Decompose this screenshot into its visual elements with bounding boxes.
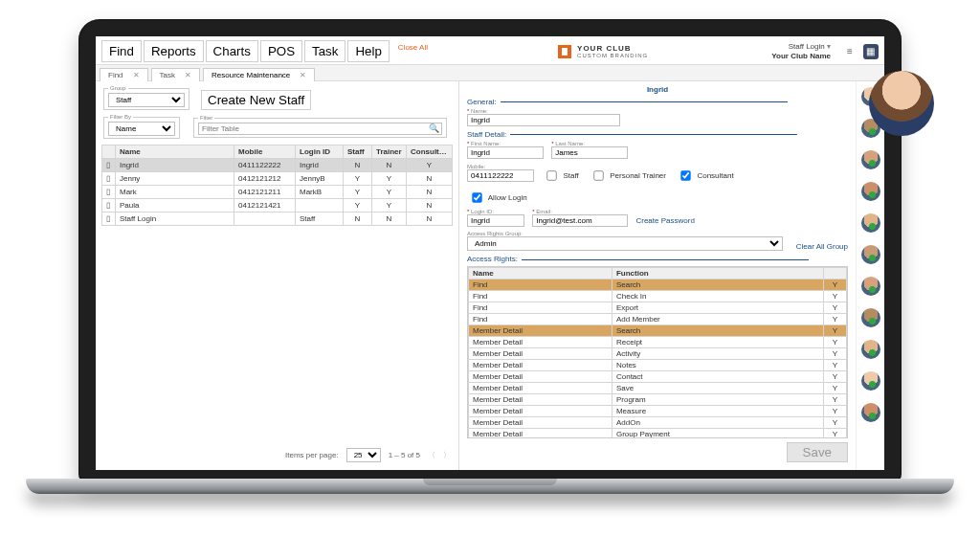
rights-row[interactable]: Member DetailGroup PaymentY — [469, 429, 847, 438]
rights-row[interactable]: Member DetailAddOnY — [469, 417, 847, 429]
rights-col[interactable]: Name — [469, 268, 612, 280]
staff-login-dropdown[interactable]: Staff Login — [771, 42, 831, 52]
row-handle-icon[interactable]: ▯ — [102, 186, 116, 199]
menu-pos[interactable]: POS — [260, 40, 302, 62]
rights-row[interactable]: FindExportY — [469, 302, 847, 314]
rights-row[interactable]: Member DetailProgramY — [469, 394, 847, 406]
brand-name: YOUR CLUB — [577, 44, 648, 53]
rights-row[interactable]: Member DetailSaveY — [469, 383, 847, 394]
tab-resource-maintenance[interactable]: Resource Maintenance✕ — [203, 68, 315, 81]
search-icon[interactable]: 🔍 — [429, 123, 439, 133]
rights-row[interactable]: Member DetailContactY — [469, 371, 847, 383]
col-name[interactable]: Name — [116, 145, 234, 159]
mobile-input[interactable] — [467, 169, 534, 182]
rights-row[interactable]: Member DetailNotesY — [469, 360, 847, 371]
role-consultant-checkbox[interactable]: Consultant — [676, 171, 733, 180]
brand: YOUR CLUB CUSTOM BRANDING — [558, 44, 648, 58]
status-badge-icon — [869, 286, 876, 293]
clear-all-group-link[interactable]: Clear All Group — [796, 242, 848, 251]
col-mobile[interactable]: Mobile — [234, 145, 296, 159]
col-staff[interactable]: Staff — [344, 145, 372, 159]
group-field: Group Staff — [103, 85, 189, 110]
row-handle-icon[interactable]: ▯ — [102, 199, 116, 212]
section-general: General: — [467, 98, 848, 106]
rights-col[interactable]: Function — [612, 268, 823, 280]
rights-col[interactable] — [824, 268, 847, 280]
brand-tagline: CUSTOM BRANDING — [577, 53, 648, 58]
menu-help[interactable]: Help — [347, 40, 389, 62]
create-new-staff-button[interactable]: Create New Staff — [201, 90, 311, 110]
filter-field: Filter 🔍 — [193, 115, 447, 138]
staff-row[interactable]: ▯Paula0412121421YYN — [102, 199, 453, 212]
last-name-input[interactable] — [551, 146, 628, 159]
left-panel: Group Staff Create New Staff Filter By — [96, 81, 459, 470]
status-badge-icon — [869, 128, 876, 135]
status-badge-icon — [869, 318, 876, 324]
calendar-icon[interactable]: ▦ — [863, 44, 879, 59]
staff-table: NameMobileLogin IDStaffTrainerConsultant… — [101, 145, 453, 226]
access-group-select[interactable]: Admin — [467, 236, 783, 251]
status-badge-icon — [869, 160, 876, 167]
col-login-id[interactable]: Login ID — [296, 145, 344, 159]
col-consultant[interactable]: Consultant — [407, 145, 453, 159]
topbar: FindReportsChartsPOSTaskHelpClose All YO… — [96, 36, 884, 64]
group-select[interactable]: Staff — [108, 93, 185, 107]
row-handle-icon[interactable]: ▯ — [102, 159, 116, 172]
avatar-rail — [856, 81, 884, 470]
staff-row[interactable]: ▯Jenny0412121212JennyBYYN — [102, 172, 453, 186]
menubar: FindReportsChartsPOSTaskHelpClose All — [101, 40, 434, 62]
list-icon[interactable]: ≡ — [842, 44, 858, 59]
section-access-rights: Access Rights: — [467, 255, 848, 263]
page-prev-icon[interactable]: 〈 — [428, 450, 435, 460]
filter-by-field: Filter By Name — [103, 114, 180, 139]
status-badge-icon — [869, 191, 876, 198]
page-next-icon[interactable]: 〉 — [443, 450, 451, 460]
staff-row[interactable]: ▯Mark0412121211MarkBYYN — [102, 186, 453, 199]
first-name-input[interactable] — [467, 146, 544, 159]
save-button[interactable]: Save — [787, 442, 848, 462]
create-password-link[interactable]: Create Password — [635, 216, 694, 225]
role-trainer-checkbox[interactable]: Personal Trainer — [589, 171, 666, 180]
rights-row[interactable]: Member DetailReceiptY — [469, 337, 847, 348]
page-size-select[interactable]: 25 — [346, 448, 381, 462]
row-handle-icon[interactable]: ▯ — [102, 172, 116, 186]
filter-input[interactable] — [198, 123, 442, 135]
detail-title: Ingrid — [467, 85, 848, 94]
status-badge-icon — [869, 349, 876, 356]
rights-row[interactable]: FindCheck InY — [469, 291, 847, 302]
login-id-input[interactable] — [467, 214, 524, 227]
tab-close-icon[interactable]: ✕ — [133, 71, 140, 79]
status-badge-icon — [869, 381, 876, 388]
tab-close-icon[interactable]: ✕ — [300, 71, 306, 79]
filter-by-select[interactable]: Name — [108, 122, 175, 136]
tabstrip: Find✕Task✕Resource Maintenance✕ — [96, 64, 884, 81]
rights-row[interactable]: Member DetailMeasureY — [469, 406, 847, 417]
col-trainer[interactable]: Trainer — [372, 145, 407, 159]
staff-row[interactable]: ▯Staff LoginStaffNNN — [102, 212, 453, 226]
staff-row[interactable]: ▯Ingrid0411122222IngridNNY — [102, 159, 453, 172]
tab-find[interactable]: Find✕ — [100, 68, 148, 81]
user-box[interactable]: Staff Login Your Club Name — [771, 42, 831, 60]
tab-task[interactable]: Task✕ — [151, 68, 200, 81]
rights-row[interactable]: FindSearchY — [469, 280, 847, 291]
rights-row[interactable]: Member DetailSearchY — [469, 325, 847, 337]
allow-login-checkbox[interactable]: Allow Login — [467, 193, 527, 202]
close-all-button[interactable]: Close All — [391, 40, 434, 62]
club-name-label: Your Club Name — [771, 52, 831, 61]
role-staff-checkbox[interactable]: Staff — [542, 171, 579, 180]
access-rights-table: NameFunction FindSearchYFindCheck InYFin… — [468, 267, 847, 438]
tab-close-icon[interactable]: ✕ — [185, 71, 191, 79]
rights-row[interactable]: Member DetailActivityY — [469, 348, 847, 360]
menu-reports[interactable]: Reports — [144, 40, 204, 62]
email-input[interactable] — [532, 214, 628, 227]
menu-task[interactable]: Task — [304, 40, 345, 62]
right-panel: Ingrid General: Name: Staff Detail: Firs… — [459, 81, 856, 470]
pager: Items per page: 25 1 – 5 of 5 〈 〉 — [101, 444, 453, 466]
brand-logo-icon — [558, 45, 571, 58]
rights-row[interactable]: FindAdd MemberY — [469, 314, 847, 325]
row-handle-icon[interactable]: ▯ — [102, 212, 116, 226]
menu-charts[interactable]: Charts — [206, 40, 258, 62]
section-staff-detail: Staff Detail: — [467, 130, 848, 139]
menu-find[interactable]: Find — [101, 40, 142, 62]
name-input[interactable] — [467, 114, 620, 126]
